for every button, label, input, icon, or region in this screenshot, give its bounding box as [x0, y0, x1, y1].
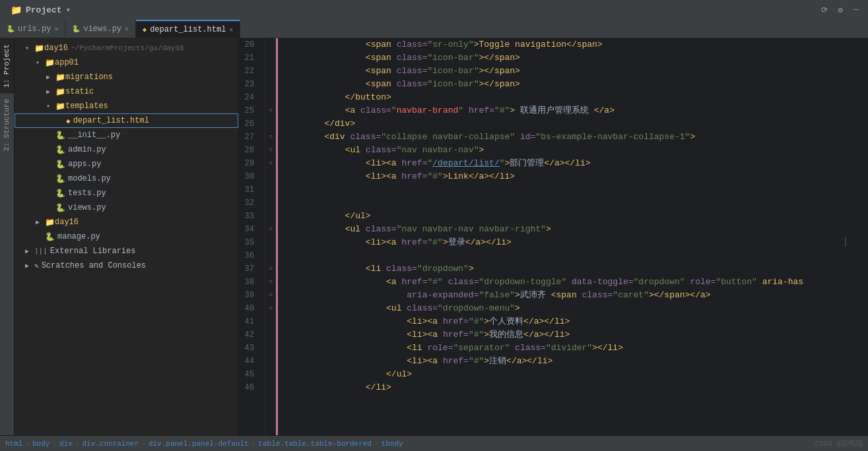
- tree-item-templates[interactable]: ▾ 📁 templates: [15, 99, 238, 113]
- arrow-day16-sub: ▶: [36, 218, 45, 226]
- gutter-cell: [265, 117, 276, 131]
- tree-label-templates: templates: [65, 102, 108, 111]
- code-line: <ul class="dropdown-menu">: [283, 302, 868, 315]
- tree-item-app01[interactable]: ▾ 📁 app01: [15, 55, 238, 70]
- breadcrumb-div[interactable]: div: [59, 440, 73, 448]
- gutter-cell: [265, 249, 276, 262]
- dropdown-arrow[interactable]: ▾: [66, 5, 71, 15]
- line-number: 31: [239, 183, 259, 196]
- folder-icon-migrations: 📁: [55, 73, 65, 82]
- code-line: <a class="navbar-brand" href="#"> 联通用户管理…: [283, 104, 868, 117]
- py-icon-admin: 🐍: [55, 145, 65, 155]
- code-line: </div>: [283, 117, 868, 131]
- tree-item-migrations[interactable]: ▶ 📁 migrations: [15, 70, 238, 84]
- code-line: <li><a href="/depart/list/">部门管理</a></li…: [283, 157, 868, 170]
- code-line: <ul class="nav navbar-nav">: [283, 144, 868, 157]
- gutter-cell: [265, 183, 276, 196]
- gutter-cell: ○: [265, 302, 276, 315]
- line-number: 33: [239, 210, 259, 223]
- tab-urls-close[interactable]: ✕: [54, 25, 58, 33]
- project-side-tab[interactable]: 1: Project: [0, 38, 14, 93]
- line-number: 39: [239, 289, 259, 302]
- code-line: <li><a href="#">注销</a></li>: [283, 355, 868, 368]
- tree-label-depart-list: depart_list.html: [73, 116, 149, 125]
- line-number: 35: [239, 236, 259, 249]
- structure-side-tab[interactable]: 2: Structure: [0, 93, 14, 156]
- tree-item-depart-list-html[interactable]: ◆ depart_list.html: [15, 113, 238, 128]
- line-number: 26: [239, 117, 259, 131]
- code-line: </button>: [283, 91, 868, 104]
- gutter-cell: [265, 210, 276, 223]
- main-layout: 1: Project 2: Structure ▾ 📁 day16 ~/Pych…: [0, 38, 868, 435]
- tree-item-scratches[interactable]: ▶ ✎ Scratches and Consoles: [15, 258, 238, 273]
- line-number: 40: [239, 302, 259, 315]
- cursor-indicator: │: [843, 237, 848, 247]
- folder-icon-app01: 📁: [45, 58, 55, 68]
- left-panel: ▾ 📁 day16 ~/PycharmProjects/gx/day16 ▾ 📁…: [15, 38, 239, 435]
- breadcrumb-body[interactable]: body: [32, 440, 50, 448]
- line-number: 24: [239, 91, 259, 104]
- breadcrumb-table[interactable]: table.table.table-bordered: [258, 440, 372, 448]
- tab-depart-list[interactable]: ◆ depart_list.html ✕: [136, 20, 240, 38]
- code-line: <li class="dropdown">: [283, 262, 868, 276]
- gutter: ○○○○○○○○○: [265, 38, 276, 435]
- code-area[interactable]: <span class="sr-only">Toggle navigation<…: [278, 38, 868, 435]
- arrow-migrations: ▶: [46, 73, 55, 81]
- tree-item-tests[interactable]: 🐍 tests.py: [15, 186, 238, 200]
- gutter-cell: ○: [265, 223, 276, 236]
- tree-label-static: static: [65, 87, 94, 96]
- breadcrumb-html[interactable]: html: [5, 440, 22, 448]
- html-file-icon: ◆: [66, 117, 71, 125]
- folder-icon-day16: 📁: [34, 44, 44, 53]
- line-number: 36: [239, 249, 259, 262]
- line-number: 46: [239, 381, 259, 394]
- tab-urls[interactable]: 🐍 urls.py ✕: [0, 20, 65, 38]
- line-numbers: 2021222324252627282930313233343536373839…: [239, 38, 265, 435]
- breadcrumb-div-panel[interactable]: div.panel.panel-default: [149, 440, 249, 448]
- line-number: 29: [239, 157, 259, 170]
- tab-views-close[interactable]: ✕: [125, 25, 129, 33]
- breadcrumb: html › body › div › div.container › div.…: [5, 440, 809, 448]
- code-line: <li><a href="#">登录</a></li>: [283, 236, 868, 249]
- gutter-cell: ○: [265, 276, 276, 289]
- line-number: 34: [239, 223, 259, 236]
- tree-item-views[interactable]: 🐍 views.py: [15, 200, 238, 215]
- tree-item-manage[interactable]: 🐍 manage.py: [15, 229, 238, 244]
- tree-item-day16[interactable]: ▾ 📁 day16 ~/PycharmProjects/gx/day16: [15, 41, 238, 55]
- line-number: 38: [239, 276, 259, 289]
- tree-item-ext-libs[interactable]: ▶ ||| External Libraries: [15, 244, 238, 258]
- project-title-area: 📁 Project ▾: [11, 5, 71, 16]
- breadcrumb-div-container[interactable]: div.container: [82, 440, 139, 448]
- minimize-button[interactable]: —: [850, 3, 863, 16]
- tree-item-admin[interactable]: 🐍 admin.py: [15, 142, 238, 157]
- sync-button[interactable]: ⟳: [818, 3, 831, 16]
- tab-views[interactable]: 🐍 views.py ✕: [65, 20, 136, 38]
- gutter-cell: ○: [265, 289, 276, 302]
- titlebar: 📁 Project ▾ ⟳ ⚙ —: [0, 0, 868, 20]
- tab-urls-label: urls.py: [18, 24, 51, 34]
- gutter-cell: [265, 91, 276, 104]
- line-number: 43: [239, 342, 259, 355]
- arrow-day16: ▾: [25, 44, 34, 52]
- tree-item-init[interactable]: 🐍 __init__.py: [15, 128, 238, 142]
- tree-item-day16-sub[interactable]: ▶ 📁 day16: [15, 215, 238, 229]
- arrow-ext-libs: ▶: [25, 247, 34, 255]
- tree-item-static[interactable]: ▶ 📁 static: [15, 84, 238, 99]
- settings-button[interactable]: ⚙: [834, 3, 847, 16]
- titlebar-controls: ⟳ ⚙ —: [818, 3, 863, 16]
- breadcrumb-tbody[interactable]: tbody: [382, 440, 403, 448]
- tree-item-apps[interactable]: 🐍 apps.py: [15, 157, 238, 171]
- line-number: 22: [239, 65, 259, 78]
- folder-icon-day16-sub: 📁: [45, 218, 55, 227]
- gutter-cell: [265, 355, 276, 368]
- tree-label-admin: admin.py: [68, 145, 106, 154]
- code-line: <li role="separator" class="divider"></l…: [283, 342, 868, 355]
- py-icon-init: 🐍: [55, 131, 65, 140]
- code-line: <li><a href="#">个人资料</a></li>: [283, 315, 868, 328]
- tree-label-scratches: Scratches and Consoles: [42, 261, 146, 270]
- code-line: <span class="icon-bar"></span>: [283, 78, 868, 91]
- tree-item-models[interactable]: 🐍 models.py: [15, 171, 238, 186]
- gutter-cell: [265, 328, 276, 342]
- line-number: 20: [239, 38, 259, 51]
- tab-depart-list-close[interactable]: ✕: [229, 26, 233, 34]
